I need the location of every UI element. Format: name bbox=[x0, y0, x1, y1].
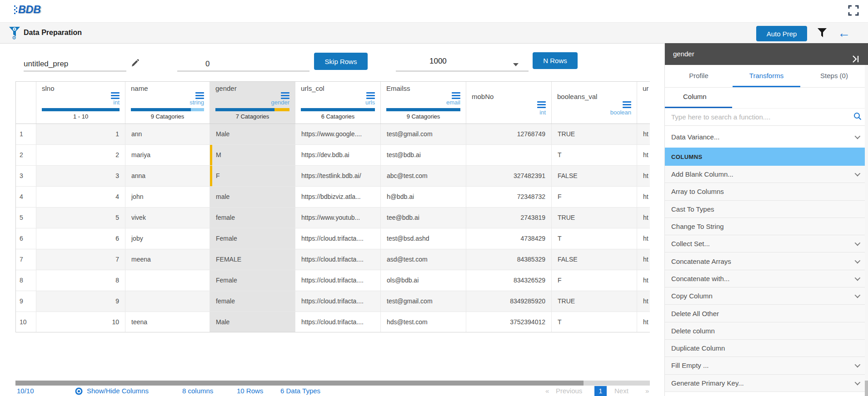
cell-mobno: 2743819 bbox=[466, 208, 552, 228]
search-icon[interactable] bbox=[853, 112, 862, 122]
cell-slno: 10 bbox=[36, 312, 125, 332]
table-row[interactable]: 7 7 meena FEMALE https://cloud.trifacta.… bbox=[16, 249, 650, 270]
column-header-urls-col[interactable]: urls_col urls 6 Catagories bbox=[295, 82, 381, 124]
cell-gender-value: Male bbox=[216, 318, 229, 326]
table-row[interactable]: 5 5 vivek female https://www.youtub... t… bbox=[16, 208, 650, 228]
column-header-slno[interactable]: slno int 1 - 10 bbox=[36, 82, 125, 124]
menu-item-change-to-string[interactable]: Change To String bbox=[665, 218, 868, 235]
fullscreen-icon[interactable] bbox=[848, 5, 860, 17]
section-header-columns[interactable]: COLUMNS bbox=[665, 148, 868, 166]
types-summary-link[interactable]: 6 Data Types bbox=[280, 387, 320, 395]
back-arrow-icon[interactable]: ← bbox=[838, 25, 850, 42]
menu-item-delete-all-other[interactable]: Delete All Other bbox=[665, 305, 868, 322]
table-row[interactable]: 9 9 female https://cloud.trifacta.... te… bbox=[16, 291, 650, 312]
tab-profile[interactable]: Profile bbox=[665, 65, 733, 87]
pagination-page-1[interactable]: 1 bbox=[594, 386, 607, 396]
column-stat-label: 6 Catagories bbox=[295, 113, 380, 120]
menu-item-collect-set[interactable]: Collect Set... bbox=[665, 235, 868, 252]
pagination-previous[interactable]: Previous bbox=[556, 387, 582, 395]
cell-boolean: F bbox=[552, 270, 637, 291]
table-row[interactable]: 8 8 Female https://cloud.trifacta.... ol… bbox=[16, 270, 650, 291]
filter-icon[interactable] bbox=[817, 28, 827, 40]
menu-item-label: Fill Empty ... bbox=[671, 361, 709, 369]
column-quality-bar bbox=[386, 108, 460, 111]
chevron-down-icon bbox=[855, 275, 861, 281]
menu-item-duplicate-column[interactable]: Duplicate Column bbox=[665, 340, 868, 357]
row-number: 4 bbox=[16, 187, 36, 207]
column-quality-bar bbox=[131, 108, 204, 111]
column-header-booleans-val[interactable]: booleans_val boolean bbox=[552, 82, 637, 124]
mismatch-indicator bbox=[210, 166, 212, 186]
menu-item-add-blank-column[interactable]: Add Blank Column... bbox=[665, 166, 868, 183]
show-hide-columns-link[interactable]: Show/Hide Columns bbox=[87, 387, 149, 395]
subtab-column[interactable]: Column bbox=[683, 93, 707, 100]
column-stat-label: 1 - 10 bbox=[36, 113, 125, 120]
function-search-input[interactable] bbox=[671, 113, 853, 121]
panel-scrollbar[interactable] bbox=[865, 65, 868, 396]
column-header-gender[interactable]: gender gender 7 Catagories bbox=[210, 82, 295, 124]
grid-header: slno int 1 - 10 name string 9 Catagories… bbox=[16, 82, 650, 124]
cell-clipped: ht bbox=[637, 249, 650, 270]
svg-text:⚙: ⚙ bbox=[12, 35, 16, 40]
menu-item-array-to-columns[interactable]: Array to Columns bbox=[665, 183, 868, 200]
column-menu-icon[interactable] bbox=[537, 101, 546, 109]
pagination-first-icon[interactable]: « bbox=[545, 387, 549, 395]
cell-url: https://cloud.trifacta.... bbox=[295, 228, 381, 249]
menu-item-copy-column[interactable]: Copy Column bbox=[665, 287, 868, 305]
table-row[interactable]: 6 6 joby Female https://cloud.trifacta..… bbox=[16, 228, 650, 249]
menu-item-concatenate-with[interactable]: Concatenate with... bbox=[665, 270, 868, 287]
panel-scrollbar-thumb[interactable] bbox=[865, 381, 868, 396]
n-rows-select[interactable]: 1000 bbox=[396, 57, 529, 71]
column-header-name[interactable]: name string 9 Catagories bbox=[125, 82, 210, 124]
skip-rows-button[interactable]: Skip Rows bbox=[314, 53, 368, 70]
cell-clipped: ht bbox=[637, 291, 650, 312]
chevron-down-icon bbox=[855, 133, 861, 139]
column-header-mobno[interactable]: mobNo int bbox=[466, 82, 552, 124]
bdb-logo[interactable]: BDB BDB bbox=[14, 3, 44, 19]
menu-item-cast-to-types[interactable]: Cast To Types bbox=[665, 201, 868, 218]
cell-url: https://dev.bdb.ai bbox=[295, 145, 381, 165]
menu-item-label: Delete All Other bbox=[671, 310, 719, 317]
prep-name-input[interactable] bbox=[24, 57, 126, 71]
eye-icon[interactable] bbox=[75, 387, 83, 396]
table-row[interactable]: 10 10 teena Male https://cloud.trifacta.… bbox=[16, 312, 650, 332]
skip-rows-input[interactable] bbox=[177, 57, 309, 71]
cell-mobno: 327482391 bbox=[466, 166, 552, 186]
row-number: 10 bbox=[16, 312, 36, 332]
menu-item-concatenate-arrays[interactable]: Concatenate Arrays bbox=[665, 252, 868, 270]
tab-transforms[interactable]: Transforms bbox=[733, 65, 800, 87]
column-header-emailss[interactable]: Emailss email 9 Catagories bbox=[381, 82, 466, 124]
table-row[interactable]: 1 1 ann Male https://www.google.... test… bbox=[16, 124, 650, 145]
table-row[interactable]: 4 4 john male https://bdbizviz.atla... h… bbox=[16, 187, 650, 208]
auto-prep-button[interactable]: Auto Prep bbox=[756, 26, 807, 41]
cell-slno: 9 bbox=[36, 291, 125, 312]
column-menu-icon[interactable] bbox=[623, 101, 631, 109]
menu-item-data-variance[interactable]: Data Variance... bbox=[665, 126, 868, 148]
column-type-label: int bbox=[113, 99, 120, 106]
cell-email: tee@bdb.ai bbox=[381, 208, 466, 228]
table-row[interactable]: 3 3 anna F https://testlink.bdb.ai/ abc@… bbox=[16, 166, 650, 187]
cell-gender: female bbox=[210, 291, 295, 312]
column-type-label: email bbox=[446, 99, 460, 106]
menu-item-delete-column[interactable]: Delete column bbox=[665, 322, 868, 340]
row-number: 3 bbox=[16, 166, 36, 186]
column-type-label: boolean bbox=[610, 109, 631, 116]
pagination-next[interactable]: Next bbox=[614, 387, 629, 395]
edit-pencil-icon[interactable] bbox=[130, 59, 140, 69]
menu-item-generate-primary-key[interactable]: Generate Primary Key... bbox=[665, 375, 868, 392]
table-row[interactable]: 2 2 mariya M https://dev.bdb.ai test@bdb… bbox=[16, 145, 650, 166]
columns-summary-link[interactable]: 8 columns bbox=[182, 387, 213, 395]
cell-slno: 2 bbox=[36, 145, 125, 165]
rows-summary-link[interactable]: 10 Rows bbox=[237, 387, 263, 395]
n-rows-button[interactable]: N Rows bbox=[533, 52, 578, 69]
menu-item-fill-empty[interactable]: Fill Empty ... bbox=[665, 357, 868, 374]
cell-mobno: 72348732 bbox=[466, 187, 552, 207]
column-header-clipped[interactable]: ur bbox=[637, 82, 650, 124]
horizontal-scrollbar-thumb[interactable] bbox=[15, 381, 584, 386]
tab-steps[interactable]: Steps (0) bbox=[800, 65, 868, 87]
pagination-last-icon[interactable]: » bbox=[645, 387, 649, 395]
chevron-down-icon bbox=[855, 171, 861, 177]
horizontal-scrollbar[interactable] bbox=[15, 381, 650, 386]
cell-gender: Female bbox=[210, 228, 295, 249]
column-type-label: string bbox=[190, 99, 204, 106]
